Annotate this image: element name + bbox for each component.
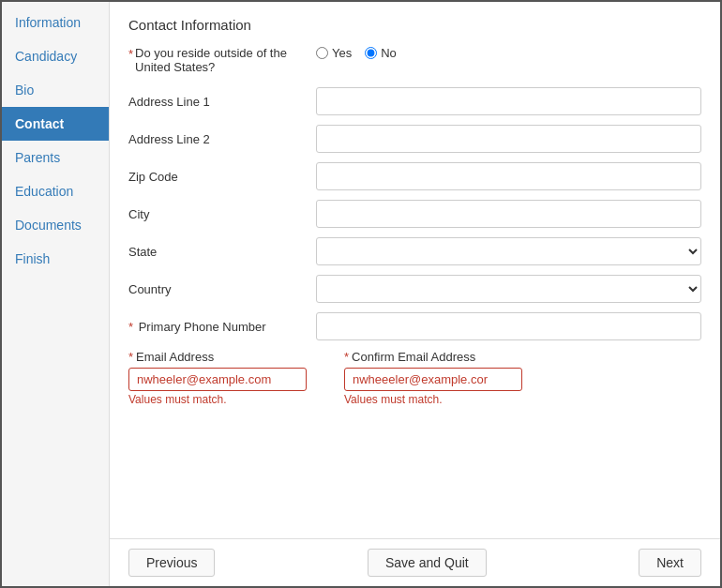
sidebar-item-documents[interactable]: Documents	[2, 208, 109, 242]
section-title: Contact Information	[128, 17, 701, 33]
address-line2-label: Address Line 2	[128, 132, 316, 146]
sidebar-item-bio[interactable]: Bio	[2, 73, 109, 107]
sidebar-item-education[interactable]: Education	[2, 174, 109, 208]
sidebar: Information Candidacy Bio Contact Parent…	[2, 2, 110, 586]
sidebar-item-finish[interactable]: Finish	[2, 242, 109, 276]
phone-label: * Primary Phone Number	[128, 320, 316, 334]
country-row: Country	[128, 275, 701, 303]
confirm-email-label: * Confirm Email Address	[344, 350, 522, 364]
residence-yes-label[interactable]: Yes	[316, 46, 352, 60]
zip-code-label: Zip Code	[128, 170, 316, 184]
footer: Previous Save and Quit Next	[110, 538, 720, 586]
phone-row: * Primary Phone Number	[128, 312, 701, 340]
confirm-email-input-wrapper: Values must match.	[344, 368, 522, 406]
residence-yes-radio[interactable]	[316, 47, 328, 59]
residence-row: * Do you reside outside of the United St…	[128, 46, 701, 74]
required-star: *	[128, 47, 133, 61]
residence-radio-group: Yes No	[316, 46, 397, 60]
address-line1-row: Address Line 1	[128, 87, 701, 115]
address-line2-row: Address Line 2	[128, 125, 701, 153]
email-label: * Email Address	[128, 350, 307, 364]
save-quit-button[interactable]: Save and Quit	[368, 549, 487, 577]
residence-label: * Do you reside outside of the United St…	[128, 46, 316, 74]
confirm-email-block: * Confirm Email Address Values must matc…	[344, 350, 522, 406]
address-line2-input[interactable]	[316, 125, 701, 153]
main-content: Contact Information * Do you reside outs…	[110, 2, 720, 538]
state-label: State	[128, 245, 316, 259]
residence-no-label[interactable]: No	[365, 46, 397, 60]
sidebar-item-candidacy[interactable]: Candidacy	[2, 39, 109, 73]
state-row: State	[128, 237, 701, 265]
zip-code-input[interactable]	[316, 162, 701, 190]
confirm-email-error: Values must match.	[344, 393, 522, 406]
city-input[interactable]	[316, 200, 701, 228]
confirm-email-input[interactable]	[344, 368, 522, 391]
previous-button[interactable]: Previous	[128, 549, 215, 577]
email-error: Values must match.	[128, 393, 307, 406]
sidebar-item-parents[interactable]: Parents	[2, 141, 109, 174]
residence-no-radio[interactable]	[365, 47, 377, 59]
address-line1-label: Address Line 1	[128, 95, 316, 109]
email-input[interactable]	[128, 368, 307, 391]
next-button[interactable]: Next	[639, 549, 701, 577]
city-row: City	[128, 200, 701, 228]
email-input-wrapper: Values must match.	[128, 368, 307, 406]
country-select[interactable]	[316, 275, 701, 303]
city-label: City	[128, 207, 316, 221]
phone-input[interactable]	[316, 312, 701, 340]
sidebar-item-information[interactable]: Information	[2, 6, 109, 39]
zip-code-row: Zip Code	[128, 162, 701, 190]
sidebar-item-contact[interactable]: Contact	[2, 107, 109, 141]
email-section: * Email Address Values must match. * Con…	[128, 350, 701, 406]
state-select[interactable]	[316, 237, 701, 265]
email-block: * Email Address Values must match.	[128, 350, 307, 406]
country-label: Country	[128, 282, 316, 296]
address-line1-input[interactable]	[316, 87, 701, 115]
